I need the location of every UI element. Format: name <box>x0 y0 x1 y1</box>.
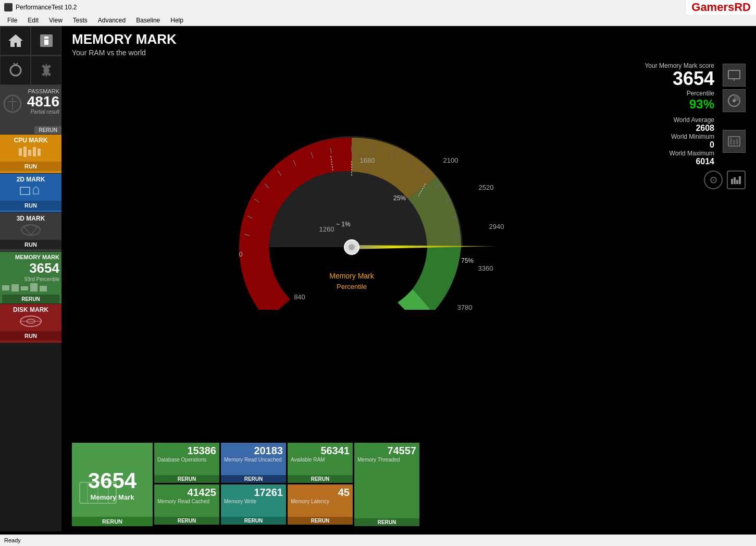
sub-tile-read-cached[interactable]: 41425 Memory Read Cached RERUN <box>154 484 219 525</box>
gauge-area: 0 420 840 1260 1680 2100 2520 2940 3360 … <box>72 62 746 438</box>
svg-point-48 <box>733 99 736 102</box>
svg-rect-6 <box>19 148 22 156</box>
gauge-p75-label: 75% <box>461 257 474 264</box>
menu-help[interactable]: Help <box>165 15 189 26</box>
svg-point-43 <box>349 244 355 250</box>
svg-point-12 <box>21 225 40 235</box>
sub-tile-memory-latency[interactable]: 45 Memory Latency RERUN <box>288 484 353 525</box>
sub-main-rerun-button[interactable]: RERUN <box>72 517 153 526</box>
sub-scores-area: 3654 Memory Mark RERUN 15386 Database Op… <box>72 443 746 526</box>
titlebar: PerformanceTest 10.2 GamersRD <box>0 0 756 15</box>
panel-icon-2[interactable] <box>723 89 746 112</box>
brand-logo: GamersRD <box>686 0 756 15</box>
database-score: 15386 <box>157 445 216 457</box>
menu-baseline[interactable]: Baseline <box>131 15 165 26</box>
sub-tile-memory-write[interactable]: 17261 Memory Write RERUN <box>221 484 286 525</box>
read-uncached-rerun-button[interactable]: RERUN <box>221 475 286 483</box>
app-title: PerformanceTest 10.2 <box>16 4 77 11</box>
sub-tile-available-ram[interactable]: 56341 Available RAM RERUN <box>288 443 353 483</box>
sub-tile-memory-threaded[interactable]: 74557 Memory Threaded RERUN <box>354 443 419 526</box>
available-ram-rerun-button[interactable]: RERUN <box>288 475 353 483</box>
settings-icon[interactable] <box>31 56 61 85</box>
cpu-label: CPU MARK <box>14 137 48 144</box>
database-rerun-button[interactable]: RERUN <box>154 475 219 483</box>
gauge-label-3780: 3780 <box>457 304 472 310</box>
gauge-label-1680: 1680 <box>360 156 375 164</box>
content-area: MEMORY MARK Your RAM vs the world <box>61 26 756 531</box>
disk-run-button[interactable]: RUN <box>0 331 61 341</box>
status-text: Ready <box>4 537 21 543</box>
passmark-rerun-button[interactable]: RERUN <box>34 126 61 134</box>
menu-advanced[interactable]: Advanced <box>93 15 131 26</box>
info-icon[interactable] <box>31 26 61 55</box>
menu-view[interactable]: View <box>44 15 68 26</box>
panel-icon-3[interactable] <box>723 130 746 153</box>
sub-main-tile[interactable]: 3654 Memory Mark RERUN <box>72 443 153 526</box>
chart-view-icon[interactable] <box>727 171 746 189</box>
svg-rect-53 <box>731 179 733 184</box>
read-cached-label: Memory Read Cached <box>157 499 216 504</box>
world-average-label: World Average <box>670 116 714 124</box>
sidebar-item-disk[interactable]: DISK MARK RUN <box>0 304 61 343</box>
app-icon <box>4 3 13 11</box>
threed-label: 3D MARK <box>17 215 45 222</box>
refresh-icon[interactable] <box>0 56 31 85</box>
svg-rect-16 <box>30 283 38 292</box>
svg-rect-7 <box>23 147 27 157</box>
menu-tests[interactable]: Tests <box>68 15 93 26</box>
sidebar-item-cpu[interactable]: CPU MARK RUN <box>0 135 61 174</box>
gauge-view-icon[interactable]: ⊙ <box>704 171 723 189</box>
sub-tile-database[interactable]: 15386 Database Operations RERUN <box>154 443 219 483</box>
gauge-center-sublabel: Percentile <box>337 283 367 290</box>
sub-tile-read-uncached[interactable]: 20183 Memory Read Uncached RERUN <box>221 443 286 483</box>
svg-rect-17 <box>40 286 47 292</box>
svg-point-3 <box>10 65 21 76</box>
sub-col-2: 20183 Memory Read Uncached RERUN 17261 M… <box>221 443 286 525</box>
memory-mark-score: 3654 <box>645 69 714 88</box>
gauge-label-2940: 2940 <box>489 223 504 230</box>
gauge-center-label: Memory Mark <box>329 272 375 280</box>
sub-col-3: 56341 Available RAM RERUN 45 Memory Late… <box>288 443 353 525</box>
menubar: File Edit View Tests Advanced Baseline H… <box>0 15 756 26</box>
memory-rerun-button[interactable]: RERUN <box>2 295 59 304</box>
memory-threaded-rerun-button[interactable]: RERUN <box>354 518 419 526</box>
memory-write-rerun-button[interactable]: RERUN <box>221 517 286 525</box>
threed-run-button[interactable]: RUN <box>0 240 61 249</box>
memory-latency-rerun-button[interactable]: RERUN <box>288 517 353 525</box>
svg-rect-55 <box>736 180 738 184</box>
sidebar-item-memory[interactable]: MEMORY MARK 3654 93rd Percentile RERUN <box>0 252 61 304</box>
svg-rect-1 <box>44 37 48 39</box>
home-icon[interactable] <box>0 26 31 55</box>
sidebar-item-passmark[interactable]: PASSMARK 4816 Partial result RERUN <box>0 85 61 135</box>
panel-icon-1[interactable] <box>723 64 746 87</box>
sidebar: PASSMARK 4816 Partial result RERUN CPU M… <box>0 26 61 531</box>
sidebar-top-icons-2 <box>0 56 61 85</box>
read-cached-rerun-button[interactable]: RERUN <box>154 517 219 525</box>
sidebar-top-icons <box>0 26 61 56</box>
svg-rect-9 <box>33 147 36 156</box>
memory-write-label: Memory Write <box>224 499 283 504</box>
svg-rect-44 <box>728 70 740 79</box>
memory-threaded-label: Memory Threaded <box>357 457 416 463</box>
world-maximum-label: World Maximum <box>670 150 714 157</box>
world-average-value: 2608 <box>670 124 714 133</box>
svg-rect-2 <box>44 40 48 45</box>
svg-rect-15 <box>21 286 28 290</box>
twod-run-button[interactable]: RUN <box>0 201 61 210</box>
world-maximum-value: 6014 <box>670 157 714 166</box>
svg-rect-52 <box>736 139 738 144</box>
gauge-svg: 0 420 840 1260 1680 2100 2520 2940 3360 … <box>185 75 518 310</box>
sidebar-item-3d[interactable]: 3D MARK RUN <box>0 213 61 252</box>
available-ram-score: 56341 <box>291 445 350 457</box>
menu-file[interactable]: File <box>2 15 22 26</box>
sidebar-item-2d[interactable]: 2D MARK RUN <box>0 174 61 213</box>
svg-rect-51 <box>733 140 735 144</box>
memory-score: 3654 <box>2 260 59 276</box>
percentile-value: 93% <box>687 97 714 112</box>
gauge-container: 0 420 840 1260 1680 2100 2520 2940 3360 … <box>72 62 631 323</box>
menu-edit[interactable]: Edit <box>22 15 44 26</box>
read-uncached-label: Memory Read Uncached <box>224 457 283 463</box>
cpu-run-button[interactable]: RUN <box>0 162 61 171</box>
memory-latency-label: Memory Latency <box>291 499 350 504</box>
gauge-label-2520: 2520 <box>478 184 493 191</box>
